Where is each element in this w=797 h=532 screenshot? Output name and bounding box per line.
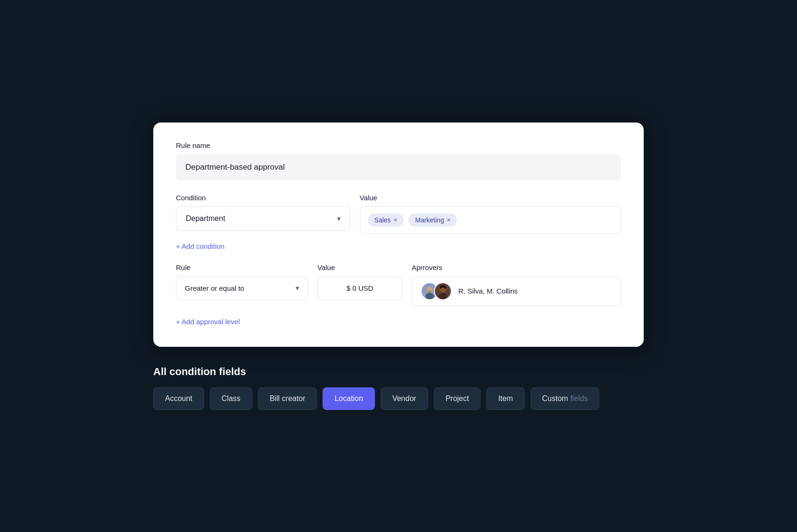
svg-point-2 bbox=[425, 293, 434, 299]
tag-marketing-close[interactable]: × bbox=[447, 216, 451, 223]
condition-select[interactable]: Department ▾ bbox=[176, 206, 350, 231]
rule-select[interactable]: Greater or equal to ▾ bbox=[176, 276, 308, 300]
rule-col: Rule Greater or equal to ▾ bbox=[176, 263, 308, 300]
value-amount-text: $ 0 USD bbox=[347, 284, 374, 292]
tag-sales-label: Sales bbox=[374, 216, 391, 224]
chip-project[interactable]: Project bbox=[434, 387, 481, 410]
condition-label: Condition bbox=[176, 194, 350, 202]
rule-name-label: Rule name bbox=[176, 141, 621, 149]
rule-name-input[interactable] bbox=[176, 154, 621, 180]
chip-item[interactable]: Item bbox=[486, 387, 524, 410]
tag-sales: Sales × bbox=[368, 213, 404, 227]
chip-custom-fields[interactable]: Custom fields bbox=[531, 387, 600, 410]
value-col: Value Sales × Marketing × bbox=[360, 194, 621, 234]
rule-select-text: Greater or equal to bbox=[185, 284, 244, 292]
approvers-box[interactable]: R. Silva, M. Collins bbox=[412, 276, 621, 306]
value-label: Value bbox=[360, 194, 621, 202]
bottom-section: All condition fields Account Class Bill … bbox=[153, 366, 644, 410]
svg-point-8 bbox=[439, 293, 447, 299]
chip-class[interactable]: Class bbox=[210, 387, 252, 410]
value-tags-box[interactable]: Sales × Marketing × bbox=[360, 206, 621, 234]
value-amount-col: Value $ 0 USD bbox=[317, 263, 402, 300]
svg-point-9 bbox=[441, 287, 445, 291]
all-condition-title: All condition fields bbox=[153, 366, 644, 378]
value-amount-box[interactable]: $ 0 USD bbox=[317, 276, 402, 300]
chip-location[interactable]: Location bbox=[323, 387, 375, 410]
tag-marketing-label: Marketing bbox=[415, 216, 444, 224]
rule-row: Rule Greater or equal to ▾ Value $ 0 USD… bbox=[176, 263, 621, 306]
tag-marketing: Marketing × bbox=[408, 213, 457, 227]
approvers-col: Aprrovers bbox=[412, 263, 621, 306]
avatars-group bbox=[421, 282, 452, 300]
add-condition-link[interactable]: + Add condition bbox=[176, 242, 224, 250]
page-wrapper: Rule name Condition Department ▾ Value S… bbox=[0, 0, 797, 532]
rule-chevron-icon: ▾ bbox=[296, 284, 299, 292]
condition-chips: Account Class Bill creator Location Vend… bbox=[153, 387, 644, 410]
modal-card: Rule name Condition Department ▾ Value S… bbox=[153, 123, 644, 347]
avatar-collins bbox=[434, 282, 452, 300]
avatar-collins-svg bbox=[435, 282, 451, 300]
value-amount-label: Value bbox=[317, 263, 402, 271]
chip-bill-creator[interactable]: Bill creator bbox=[258, 387, 317, 410]
tag-sales-close[interactable]: × bbox=[394, 216, 398, 223]
condition-col: Condition Department ▾ bbox=[176, 194, 350, 231]
condition-value-row: Condition Department ▾ Value Sales × Mar… bbox=[176, 194, 621, 234]
chip-vendor[interactable]: Vendor bbox=[381, 387, 428, 410]
rule-name-section: Rule name bbox=[176, 141, 621, 180]
rule-label: Rule bbox=[176, 263, 308, 271]
chevron-down-icon: ▾ bbox=[337, 215, 340, 222]
add-approval-link[interactable]: + Add approval level bbox=[176, 318, 240, 326]
approvers-names: R. Silva, M. Collins bbox=[458, 287, 518, 295]
svg-point-4 bbox=[428, 291, 431, 293]
chip-account[interactable]: Account bbox=[153, 387, 204, 410]
approvers-label: Aprrovers bbox=[412, 263, 621, 271]
condition-select-text: Department bbox=[186, 214, 225, 223]
